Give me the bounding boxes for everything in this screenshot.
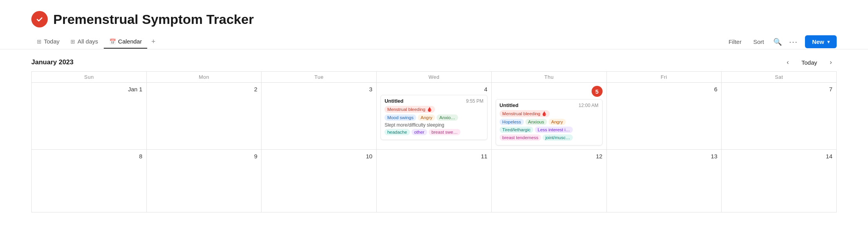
tag-menstrual-jan4: Menstrual bleeding 🩸 (384, 106, 435, 113)
tab-calendar[interactable]: 📅 Calendar (104, 35, 148, 49)
month-title: January 2023 (31, 58, 74, 66)
event-card-jan5[interactable]: Untitled 12:00 AM Menstrual bleeding 🩸 H… (496, 99, 603, 145)
tag-anxious-jan5: Anxious (525, 119, 547, 125)
cal-cell-jan6: 6 (607, 83, 722, 150)
cal-date-jan11: 11 (381, 153, 487, 160)
tab-today[interactable]: ⊞ Today (31, 35, 65, 49)
event-time-jan4: 9:55 PM (466, 98, 484, 104)
cal-date-jan6: 6 (611, 86, 718, 93)
day-header-sat: Sat (722, 72, 837, 83)
day-header-sun: Sun (32, 72, 147, 83)
tag-other-jan4: other (411, 129, 427, 135)
day-header-wed: Wed (377, 72, 492, 83)
event-header-jan4: Untitled 9:55 PM (384, 98, 484, 104)
toolbar: ⊞ Today ⊞ All days 📅 Calendar + Filter S… (31, 34, 837, 49)
app-icon (31, 11, 48, 27)
tag-joint-jan5: joint/musc… (543, 134, 573, 141)
day-header-fri: Fri (607, 72, 722, 83)
search-button[interactable]: 🔍 (773, 38, 782, 46)
calendar-week2: 8 9 10 11 12 13 14 (31, 150, 837, 212)
tag-hopeless-jan5: Hopeless (500, 119, 524, 125)
event-header-jan5: Untitled 12:00 AM (500, 102, 599, 108)
tag-mood-jan4: Mood swings (384, 114, 416, 121)
new-button[interactable]: New ▾ (805, 35, 837, 48)
toolbar-right: Filter Sort 🔍 ··· New ▾ (726, 35, 837, 48)
tag-breast-jan4: breast swe… (429, 129, 460, 135)
calendar-icon: 📅 (109, 38, 116, 45)
cal-date-jan10: 10 (265, 153, 372, 160)
event-tags3a-jan5: Tired/lethargic Less interest i… (500, 127, 599, 133)
tag-anxious-jan4: Anxio… (437, 114, 458, 121)
app-container: Premenstrual Symptom Tracker ⊞ Today ⊞ A… (0, 0, 868, 234)
filter-button[interactable]: Filter (726, 37, 744, 47)
header: Premenstrual Symptom Tracker ⊞ Today ⊞ A… (0, 0, 868, 49)
event-tags2-jan5: Hopeless Anxious Angry (500, 119, 599, 125)
tag-angry-jan5: Angry (549, 119, 566, 125)
day-header-tue: Tue (262, 72, 377, 83)
event-tags2-jan4: Mood swings Angry Anxio… (384, 114, 484, 121)
day-header-mon: Mon (147, 72, 262, 83)
cal-date-jan8: 8 (36, 153, 143, 160)
grid-icon-today: ⊞ (37, 38, 42, 45)
event-tags1-jan5: Menstrual bleeding 🩸 (500, 110, 599, 117)
cal-cell-jan4: 4 Untitled 9:55 PM Menstrual bleeding 🩸 … (377, 83, 492, 150)
tag-breast-jan5: breast tenderness (500, 134, 541, 141)
tag-tired-jan5: Tired/lethargic (500, 127, 533, 133)
title-row: Premenstrual Symptom Tracker (31, 11, 837, 27)
cal-date-jan4: 4 (381, 86, 487, 93)
nav-right: ‹ Today › (782, 56, 837, 68)
cal-cell-jan10: 10 (262, 150, 377, 212)
tag-interest-jan5: Less interest i… (535, 127, 572, 133)
cal-cell-jan7: 7 (722, 83, 837, 150)
cal-cell-jan12: 12 (492, 150, 607, 212)
day-headers: Sun Mon Tue Wed Thu Fri Sat (31, 71, 837, 83)
cal-cell-jan3: 3 (262, 83, 377, 150)
more-options-button[interactable]: ··· (789, 37, 798, 46)
event-card-jan4[interactable]: Untitled 9:55 PM Menstrual bleeding 🩸 Mo… (381, 95, 487, 140)
cal-date-jan1: Jan 1 (36, 86, 143, 93)
page-title: Premenstrual Symptom Tracker (53, 12, 254, 27)
today-nav-button[interactable]: Today (798, 58, 821, 67)
cal-date-jan14: 14 (725, 153, 832, 160)
cal-date-jan5-today: 5 (592, 86, 603, 97)
new-btn-chevron-icon: ▾ (827, 39, 830, 45)
tag-menstrual-jan5: Menstrual bleeding 🩸 (500, 110, 550, 117)
add-tab-button[interactable]: + (147, 34, 159, 49)
checkmark-icon (35, 15, 44, 24)
grid-icon-alldays: ⊞ (70, 38, 75, 45)
cal-date-jan7: 7 (725, 86, 832, 93)
cal-cell-jan11: 11 (377, 150, 492, 212)
cal-date-jan9: 9 (151, 153, 258, 160)
tag-headache-jan4: headache (384, 129, 410, 135)
event-tags4-jan5: breast tenderness joint/musc… (500, 134, 599, 141)
calendar-week1: Jan 1 2 3 4 Untitled 9:55 PM Menstr (31, 83, 837, 150)
tabs: ⊞ Today ⊞ All days 📅 Calendar + (31, 34, 159, 49)
cal-cell-jan8: 8 (32, 150, 147, 212)
sort-button[interactable]: Sort (751, 37, 767, 47)
day-header-thu: Thu (492, 72, 607, 83)
cal-date-jan2: 2 (151, 86, 258, 93)
prev-month-button[interactable]: ‹ (782, 56, 794, 68)
event-tags1-jan4: Menstrual bleeding 🩸 (384, 106, 484, 113)
cal-cell-jan5: 5 Untitled 12:00 AM Menstrual bleeding 🩸… (492, 83, 607, 150)
event-text-jan4: Slept more/difficulty sleeping (384, 122, 484, 128)
cal-cell-jan14: 14 (722, 150, 837, 212)
calendar-nav: January 2023 ‹ Today › (31, 49, 837, 71)
cal-cell-jan1: Jan 1 (32, 83, 147, 150)
cal-cell-jan13: 13 (607, 150, 722, 212)
svg-point-0 (35, 15, 44, 24)
cal-cell-jan9: 9 (147, 150, 262, 212)
tag-angry-jan4: Angry (418, 114, 435, 121)
cal-cell-jan2: 2 (147, 83, 262, 150)
calendar-section: January 2023 ‹ Today › Sun Mon Tue Wed T… (0, 49, 868, 212)
event-title-jan5: Untitled (500, 102, 518, 108)
event-tags3-jan4: headache other breast swe… (384, 129, 484, 135)
cal-date-jan13: 13 (611, 153, 718, 160)
event-title-jan4: Untitled (384, 98, 403, 104)
cal-date-jan3: 3 (265, 86, 372, 93)
tab-alldays[interactable]: ⊞ All days (65, 35, 104, 49)
cal-date-jan12: 12 (496, 153, 603, 160)
event-time-jan5: 12:00 AM (579, 103, 599, 108)
next-month-button[interactable]: › (825, 56, 837, 68)
